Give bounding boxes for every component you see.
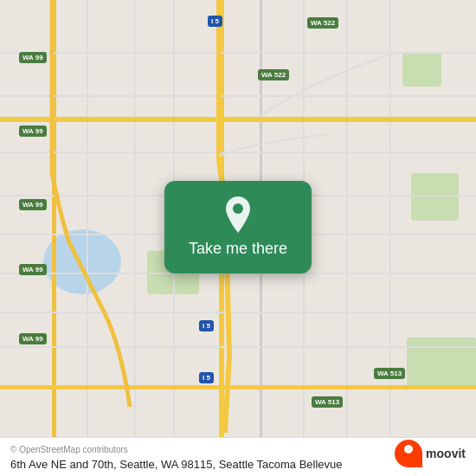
- shield-wa522-2: WA 522: [258, 69, 289, 80]
- pin-svg: [222, 196, 254, 233]
- shield-i5-bottom: I 5: [199, 372, 214, 383]
- moovit-brand-name: moovit: [426, 447, 466, 460]
- shield-wa513-2: WA 513: [312, 396, 343, 408]
- popup-label: Take me there: [189, 240, 287, 258]
- shield-wa99-4: WA 99: [19, 264, 47, 275]
- map-container: I 5 I 5 I 5 I 5 WA 99 WA 99 WA 99 WA 99 …: [0, 0, 476, 476]
- shield-wa99-3: WA 99: [19, 199, 47, 210]
- moovit-logo: moovit: [395, 440, 466, 467]
- shield-wa522-1: WA 522: [307, 17, 338, 29]
- svg-point-0: [233, 203, 243, 214]
- shield-i5-low: I 5: [199, 320, 214, 331]
- moovit-icon: [395, 440, 422, 467]
- shield-wa99-1: WA 99: [19, 52, 47, 63]
- shield-wa99-5: WA 99: [19, 333, 47, 344]
- shield-wa99-2: WA 99: [19, 125, 47, 137]
- location-pin-icon: [222, 196, 254, 233]
- shield-wa513-1: WA 513: [374, 368, 405, 379]
- take-me-there-button[interactable]: Take me there: [164, 181, 312, 273]
- shield-i5-top: I 5: [208, 16, 222, 27]
